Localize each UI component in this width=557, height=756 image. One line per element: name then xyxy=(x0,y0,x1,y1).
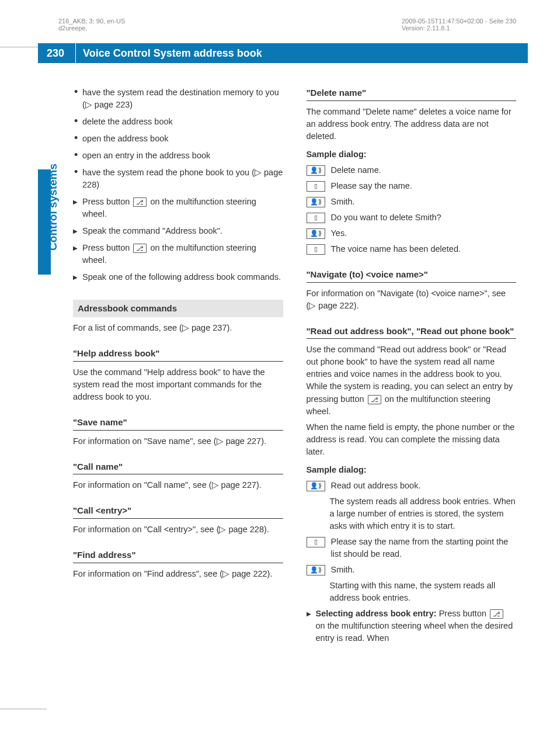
header-meta: 216_AKB; 3; 90, en-US d2ureepe, 2009-05-… xyxy=(0,0,557,32)
step-item: Press button ⎇ on the multifunction stee… xyxy=(73,196,283,220)
list-item: open the address book xyxy=(73,133,283,145)
dialog-label: Sample dialog: xyxy=(307,464,517,476)
system-speech-icon: ▯ xyxy=(307,244,325,255)
meta-right-1: 2009-05-15T11:47:50+02:00 - Seite 230 xyxy=(402,18,516,25)
step-bold: Selecting address book entry: xyxy=(316,609,439,618)
step-item: Speak the command "Address book". xyxy=(73,225,283,237)
body-text: For information on "Call <entry>", see (… xyxy=(73,523,283,536)
sub-heading: "Read out address book", "Read out phone… xyxy=(307,325,517,339)
sub-heading: "Navigate (to) <voice name>" xyxy=(307,268,517,283)
body-text: Use the command "Read out address book" … xyxy=(307,344,517,417)
sub-heading: "Find address" xyxy=(73,549,283,563)
meta-left-1: 216_AKB; 3; 90, en-US xyxy=(58,18,125,25)
voice-button-icon: ⎇ xyxy=(133,197,147,207)
step-list: Press button ⎇ on the multifunction stee… xyxy=(73,196,283,283)
dialog-text: The voice name has been deleted. xyxy=(331,243,517,255)
body-text: The command "Delete name" deletes a voic… xyxy=(307,106,517,143)
step-item: Selecting address book entry: Press butt… xyxy=(307,608,517,644)
system-speech-icon: ▯ xyxy=(307,181,325,192)
step-text-pre: Press button xyxy=(439,609,489,618)
dialog-block: 👤⟫Read out address book. The system read… xyxy=(307,480,517,604)
list-item: open an entry in the address book xyxy=(73,150,283,162)
step-text-pre: Press button xyxy=(82,243,132,252)
dialog-text: Do you want to delete Smith? xyxy=(331,211,517,224)
sub-heading: "Call name" xyxy=(73,460,283,475)
system-speech-icon: ▯ xyxy=(307,537,325,547)
sub-heading: "Call <entry>" xyxy=(73,504,283,519)
section-heading: Adressbook commands xyxy=(73,300,283,317)
dialog-text: Smith. xyxy=(331,196,517,208)
dialog-text: Read out address book. xyxy=(331,480,517,492)
user-speech-icon: 👤⟫ xyxy=(307,197,325,207)
body-text: Use the command "Help address book" to h… xyxy=(73,366,283,403)
body-text: When the name field is empty, the phone … xyxy=(307,421,517,458)
voice-button-icon: ⎇ xyxy=(368,395,381,404)
bullet-list: have the system read the destination mem… xyxy=(73,86,283,191)
body-text: For information on "Navigate (to) <voice… xyxy=(307,287,517,312)
voice-button-icon: ⎇ xyxy=(133,244,147,253)
body-text: For information on "Find address", see (… xyxy=(73,568,283,580)
dialog-label: Sample dialog: xyxy=(307,148,517,161)
meta-right-2: Version: 2.11.8.1 xyxy=(402,25,516,32)
page-title: Voice Control System address book xyxy=(76,47,262,60)
list-item: delete the address book xyxy=(73,116,283,128)
step-text-post: on the multifunction steering wheel when… xyxy=(316,621,513,643)
user-speech-icon: 👤⟫ xyxy=(307,228,325,239)
list-item: have the system read the destination mem… xyxy=(73,86,283,111)
right-column: "Delete name" The command "Delete name" … xyxy=(307,86,517,649)
user-speech-icon: 👤⟫ xyxy=(307,565,325,575)
user-speech-icon: 👤⟫ xyxy=(307,481,325,491)
dialog-text: Yes. xyxy=(331,227,517,240)
list-item: have the system read the phone book to y… xyxy=(73,167,283,191)
dialog-text: The system reads all address book entrie… xyxy=(330,495,517,532)
sub-heading: "Help address book" xyxy=(73,347,283,362)
left-column: have the system read the destination mem… xyxy=(73,86,283,649)
body-text: For information on "Call name", see (▷ p… xyxy=(73,479,283,491)
dialog-text: Delete name. xyxy=(331,164,517,176)
dialog-text: Smith. xyxy=(331,564,517,576)
meta-left-2: d2ureepe, xyxy=(58,25,125,32)
section-intro: For a list of commands, see (▷ page 237)… xyxy=(73,322,283,334)
dialog-text: Starting with this name, the system read… xyxy=(330,580,517,604)
body-text: For information on "Save name", see (▷ p… xyxy=(73,435,283,448)
sub-heading: "Delete name" xyxy=(307,86,517,101)
title-bar: 230 Voice Control System address book xyxy=(38,43,528,63)
voice-button-icon: ⎇ xyxy=(490,609,503,619)
dialog-spacer xyxy=(307,581,324,590)
dialog-text: Please say the name. xyxy=(331,180,517,192)
bottom-crop-rule xyxy=(0,709,47,709)
dialog-text: Please say the name from the starting po… xyxy=(331,536,517,560)
step-item: Press button ⎇ on the multifunction stee… xyxy=(73,242,283,266)
page-number: 230 xyxy=(38,43,76,63)
dialog-block: 👤⟫Delete name. ▯Please say the name. 👤⟫S… xyxy=(307,164,517,255)
step-list: Selecting address book entry: Press butt… xyxy=(307,608,517,644)
side-label: Control systems xyxy=(47,164,60,280)
sub-heading: "Save name" xyxy=(73,416,283,431)
step-item: Speak one of the following address book … xyxy=(73,271,283,283)
step-text-pre: Press button xyxy=(82,197,132,206)
dialog-spacer xyxy=(307,497,324,506)
user-speech-icon: 👤⟫ xyxy=(307,165,325,176)
system-speech-icon: ▯ xyxy=(307,213,325,223)
